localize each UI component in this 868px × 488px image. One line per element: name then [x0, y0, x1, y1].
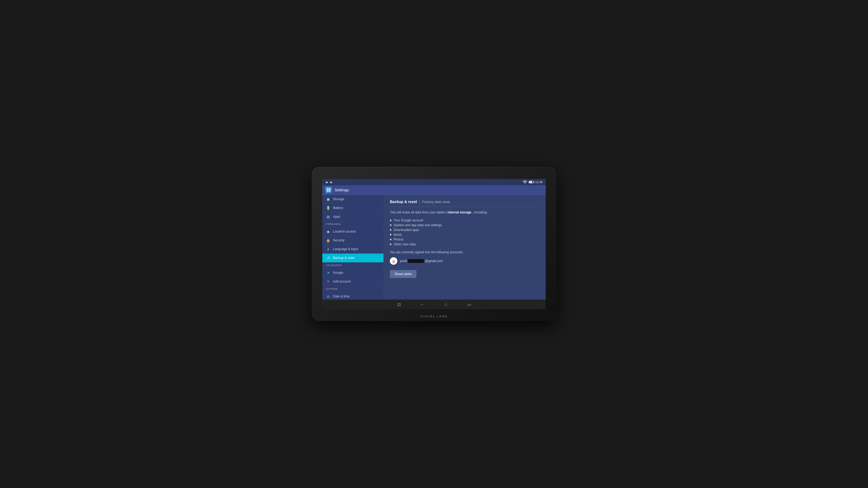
svg-rect-3	[327, 190, 329, 192]
svg-point-0	[525, 183, 525, 184]
section-accounts: ACCOUNTS	[322, 262, 383, 267]
warning-text: This will erase all data from your table…	[390, 210, 539, 215]
sidebar: ▣ Storage 🔋 Battery ▤ Apps PERSONAL ◆	[322, 195, 383, 299]
reset-tablet-button[interactable]: Reset tablet	[390, 270, 416, 278]
bullet-dot	[390, 220, 392, 221]
settings-app-icon	[326, 187, 332, 193]
bullet-dot	[390, 229, 392, 231]
home-button[interactable]: ⌂	[442, 301, 450, 308]
wifi-icon	[523, 181, 527, 184]
list-item-text: Your Google account	[394, 219, 423, 222]
battery-status-icon	[529, 181, 533, 184]
sidebar-label-datetime: Date & time	[333, 294, 350, 298]
bullet-dot	[390, 239, 392, 240]
app-title: Settings	[335, 188, 349, 192]
sidebar-item-security[interactable]: 🔒 Security	[322, 236, 383, 245]
sidebar-item-language[interactable]: A Language & input	[322, 245, 383, 254]
nav-bar: ⊡ ← ⌂ ▭	[322, 299, 546, 309]
triangle-icon-1	[326, 181, 328, 183]
sidebar-item-location[interactable]: ◆ Location access	[322, 227, 383, 236]
brand-label: Visual Land	[420, 315, 448, 318]
status-left	[326, 181, 333, 183]
section-personal: PERSONAL	[322, 221, 383, 226]
list-item-text: System and app data and settings	[394, 223, 442, 227]
sidebar-item-datetime[interactable]: ⊙ Date & time	[322, 292, 383, 299]
sidebar-label-storage: Storage	[333, 197, 344, 201]
svg-rect-4	[329, 190, 330, 192]
add-account-icon: +	[326, 279, 330, 284]
location-icon: ◆	[326, 229, 330, 234]
list-item: Photos	[390, 238, 539, 241]
sidebar-item-add-account[interactable]: + Add account	[322, 277, 383, 286]
sidebar-item-battery[interactable]: 🔋 Battery	[322, 204, 383, 213]
tablet-device: 11:46 Settings ▣ Storage	[312, 167, 556, 321]
sidebar-label-battery: Battery	[333, 206, 343, 210]
triangle-icon-2	[330, 181, 333, 183]
sidebar-label-backup: Backup & reset	[333, 256, 354, 260]
sidebar-label-security: Security	[333, 238, 344, 242]
list-item: Downloaded apps	[390, 228, 539, 232]
right-panel: Backup & reset | Factory data reset This…	[383, 195, 546, 299]
sidebar-label-location: Location access	[333, 230, 356, 233]
screen: 11:46 Settings ▣ Storage	[322, 179, 546, 309]
sidebar-label-add-account: Add account	[333, 280, 351, 283]
google-account-icon: g	[390, 257, 397, 265]
battery-icon-sidebar: 🔋	[326, 206, 330, 210]
svg-rect-1	[327, 189, 329, 190]
sidebar-item-storage[interactable]: ▣ Storage	[322, 195, 383, 204]
accounts-label: You are currently signed into the follow…	[390, 250, 539, 254]
account-row: g punk@gmail.com	[390, 257, 539, 265]
bullet-list: Your Google account System and app data …	[390, 219, 539, 246]
list-item: Music	[390, 233, 539, 236]
sidebar-label-apps: Apps	[333, 215, 340, 219]
breadcrumb: Backup & reset | Factory data reset	[390, 200, 539, 207]
sidebar-item-backup[interactable]: ↺ Backup & reset	[322, 254, 383, 262]
backup-icon: ↺	[326, 256, 330, 260]
clock: 11:46	[535, 181, 542, 184]
back-button[interactable]: ←	[418, 301, 426, 308]
warning-intro: This will erase all data from your table…	[390, 210, 446, 214]
sidebar-label-language: Language & input	[333, 247, 358, 251]
storage-icon: ▣	[326, 197, 330, 201]
app-bar: Settings	[322, 185, 546, 195]
bullet-dot	[390, 224, 392, 226]
email-prefix: punk	[400, 259, 407, 263]
screenshot-button[interactable]: ⊡	[395, 301, 403, 308]
breadcrumb-sub: Factory data reset	[422, 200, 450, 204]
list-item: Other user data	[390, 242, 539, 246]
email-redacted	[408, 259, 424, 263]
warning-bold: internal storage	[447, 210, 471, 214]
datetime-icon: ⊙	[326, 294, 330, 298]
sidebar-item-google[interactable]: ✕ Google	[322, 268, 383, 277]
warning-end: , including:	[472, 210, 488, 214]
account-email: punk@gmail.com	[400, 259, 443, 263]
main-content: ▣ Storage 🔋 Battery ▤ Apps PERSONAL ◆	[322, 195, 546, 299]
svg-rect-2	[329, 189, 330, 190]
email-suffix: @gmail.com	[425, 259, 443, 263]
breadcrumb-main: Backup & reset	[390, 200, 417, 204]
apps-icon: ▤	[326, 215, 330, 219]
google-icon: ✕	[326, 270, 330, 275]
recents-button[interactable]: ▭	[465, 301, 473, 308]
sidebar-label-google: Google	[333, 271, 343, 274]
language-icon: A	[326, 247, 330, 251]
list-item: Your Google account	[390, 219, 539, 222]
list-item-text: Other user data	[394, 242, 416, 246]
sidebar-item-apps[interactable]: ▤ Apps	[322, 213, 383, 221]
list-item-text: Music	[394, 233, 402, 236]
bullet-dot	[390, 243, 392, 245]
security-icon: 🔒	[326, 238, 330, 242]
breadcrumb-separator: |	[419, 200, 420, 204]
section-system: SYSTEM	[322, 286, 383, 291]
list-item-text: Photos	[394, 238, 403, 241]
list-item-text: Downloaded apps	[394, 228, 419, 232]
list-item: System and app data and settings	[390, 223, 539, 227]
status-right: 11:46	[523, 181, 542, 184]
bullet-dot	[390, 234, 392, 235]
status-bar: 11:46	[322, 179, 546, 185]
